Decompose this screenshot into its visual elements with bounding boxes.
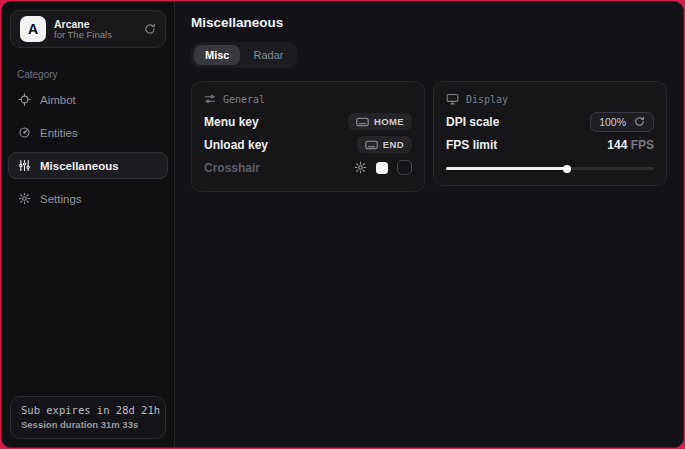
general-panel-title: General [223, 94, 265, 105]
fps-unit: FPS [631, 138, 654, 152]
page-title: Miscellaneous [191, 15, 667, 30]
menu-key-button[interactable]: HOME [348, 113, 412, 130]
reset-icon[interactable] [634, 116, 645, 127]
monitor-icon [446, 93, 459, 105]
crosshair-color-swatch[interactable] [376, 162, 388, 174]
fps-limit-label: FPS limit [446, 138, 497, 152]
fps-number: 144 [607, 138, 627, 152]
app-name: Arcane [54, 18, 112, 30]
sidebar-item-label: Settings [40, 193, 82, 205]
fps-slider-fill [446, 167, 567, 170]
panels-row: General Menu key HOME [191, 81, 667, 192]
crosshair-icon [18, 93, 31, 106]
app-titles: Arcane for The Finals [54, 18, 112, 41]
menu-key-label: Menu key [204, 115, 259, 129]
sidebar-item-label: Miscellaneous [40, 160, 119, 172]
session-duration-text: Session duration 31m 33s [21, 419, 155, 430]
tab-radar[interactable]: Radar [242, 45, 294, 65]
app-window: A Arcane for The Finals Category [1, 1, 684, 448]
crosshair-settings-gear-icon[interactable] [354, 161, 367, 174]
fps-limit-value: 144 FPS [607, 138, 654, 152]
crosshair-row: Crosshair [204, 156, 412, 179]
tab-bar: Misc Radar [191, 42, 297, 68]
sidebar: A Arcane for The Finals Category [2, 2, 175, 447]
sliders-icon [18, 159, 31, 172]
menu-key-row: Menu key HOME [204, 110, 412, 133]
entities-icon [18, 126, 31, 139]
sidebar-item-miscellaneous[interactable]: Miscellaneous [8, 152, 168, 179]
dpi-scale-label: DPI scale [446, 115, 499, 129]
app-logo: A [20, 16, 46, 42]
unload-key-row: Unload key END [204, 133, 412, 156]
dpi-scale-control[interactable]: 100% [590, 112, 654, 132]
keyboard-icon [356, 117, 369, 127]
sidebar-item-aimbot[interactable]: Aimbot [8, 86, 168, 113]
display-panel-title: Display [466, 94, 508, 105]
sidebar-item-entities[interactable]: Entities [8, 119, 168, 146]
category-label: Category [17, 69, 174, 80]
subscription-card: Sub expires in 28d 21h Session duration … [10, 396, 166, 439]
sidebar-spacer [2, 215, 174, 388]
fps-slider-thumb[interactable] [563, 165, 571, 173]
main-content: Miscellaneous Misc Radar General [175, 2, 683, 447]
sidebar-item-label: Entities [40, 127, 78, 139]
fps-slider[interactable] [446, 163, 654, 173]
dpi-scale-row: DPI scale 100% [446, 110, 654, 133]
menu-key-value: HOME [374, 116, 404, 127]
gear-icon [18, 192, 31, 205]
general-panel: General Menu key HOME [191, 81, 425, 192]
app-subtitle: for The Finals [54, 30, 112, 41]
unload-key-label: Unload key [204, 138, 268, 152]
app-header-card: A Arcane for The Finals [10, 10, 166, 48]
unload-key-button[interactable]: END [357, 136, 412, 153]
keyboard-icon [365, 140, 378, 150]
sidebar-item-settings[interactable]: Settings [8, 185, 168, 212]
general-panel-header: General [204, 93, 412, 105]
sidebar-nav: Aimbot Entities [2, 83, 174, 215]
crosshair-checkbox[interactable] [397, 160, 412, 175]
display-panel-header: Display [446, 93, 654, 105]
crosshair-controls [354, 160, 412, 175]
sub-expiry-text: Sub expires in 28d 21h [21, 404, 155, 416]
unload-key-value: END [383, 139, 404, 150]
sidebar-item-label: Aimbot [40, 94, 76, 106]
dpi-scale-value: 100% [599, 116, 626, 128]
crosshair-label: Crosshair [204, 161, 260, 175]
refresh-icon[interactable] [144, 23, 156, 35]
fps-limit-row: FPS limit 144 FPS [446, 133, 654, 156]
sliders-horizontal-icon [204, 93, 216, 105]
display-panel: Display DPI scale 100% [433, 81, 667, 186]
tab-misc[interactable]: Misc [194, 45, 240, 65]
